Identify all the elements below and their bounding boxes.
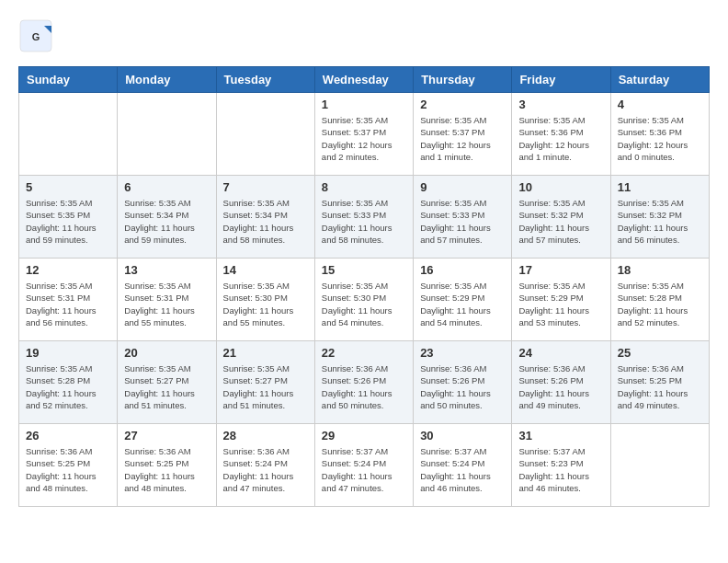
calendar-cell: 11Sunrise: 5:35 AM Sunset: 5:32 PM Dayli…	[610, 176, 709, 259]
day-number: 8	[322, 180, 406, 194]
calendar-cell: 21Sunrise: 5:35 AM Sunset: 5:27 PM Dayli…	[216, 341, 314, 424]
day-number: 11	[618, 180, 702, 194]
day-info: Sunrise: 5:36 AM Sunset: 5:25 PM Dayligh…	[618, 362, 702, 411]
calendar-cell: 24Sunrise: 5:36 AM Sunset: 5:26 PM Dayli…	[512, 341, 610, 424]
calendar-week-row: 26Sunrise: 5:36 AM Sunset: 5:25 PM Dayli…	[19, 424, 710, 507]
calendar-cell: 13Sunrise: 5:35 AM Sunset: 5:31 PM Dayli…	[118, 259, 216, 341]
day-info: Sunrise: 5:36 AM Sunset: 5:25 PM Dayligh…	[26, 445, 110, 494]
day-info: Sunrise: 5:35 AM Sunset: 5:32 PM Dayligh…	[618, 197, 702, 246]
day-info: Sunrise: 5:36 AM Sunset: 5:26 PM Dayligh…	[322, 362, 406, 411]
day-number: 4	[618, 98, 702, 111]
calendar-cell: 16Sunrise: 5:35 AM Sunset: 5:29 PM Dayli…	[414, 259, 512, 341]
day-info: Sunrise: 5:37 AM Sunset: 5:24 PM Dayligh…	[322, 445, 406, 494]
logo: G	[18, 18, 57, 57]
calendar-week-row: 12Sunrise: 5:35 AM Sunset: 5:31 PM Dayli…	[19, 259, 710, 341]
day-header-monday: Monday	[118, 67, 216, 93]
calendar-cell: 5Sunrise: 5:35 AM Sunset: 5:35 PM Daylig…	[19, 176, 118, 259]
day-info: Sunrise: 5:35 AM Sunset: 5:31 PM Dayligh…	[26, 280, 110, 328]
day-number: 24	[518, 346, 603, 360]
day-header-wednesday: Wednesday	[314, 67, 413, 93]
calendar-cell: 6Sunrise: 5:35 AM Sunset: 5:34 PM Daylig…	[118, 176, 216, 259]
calendar-cell: 17Sunrise: 5:35 AM Sunset: 5:29 PM Dayli…	[512, 259, 610, 341]
day-info: Sunrise: 5:35 AM Sunset: 5:31 PM Dayligh…	[124, 280, 209, 328]
calendar-cell: 7Sunrise: 5:35 AM Sunset: 5:34 PM Daylig…	[216, 176, 314, 259]
day-number: 6	[124, 180, 209, 194]
day-info: Sunrise: 5:35 AM Sunset: 5:29 PM Dayligh…	[518, 280, 603, 328]
logo-icon: G	[18, 18, 53, 53]
day-number: 29	[322, 429, 406, 442]
day-info: Sunrise: 5:35 AM Sunset: 5:30 PM Dayligh…	[223, 280, 308, 328]
day-header-thursday: Thursday	[414, 67, 512, 93]
calendar-cell: 31Sunrise: 5:37 AM Sunset: 5:23 PM Dayli…	[512, 424, 610, 507]
day-number: 31	[518, 429, 603, 442]
day-number: 19	[26, 346, 110, 360]
calendar-cell: 18Sunrise: 5:35 AM Sunset: 5:28 PM Dayli…	[610, 259, 709, 341]
day-number: 30	[420, 429, 505, 442]
day-info: Sunrise: 5:35 AM Sunset: 5:36 PM Dayligh…	[518, 114, 603, 163]
svg-text:G: G	[32, 31, 40, 42]
day-number: 16	[420, 263, 505, 277]
calendar-cell: 12Sunrise: 5:35 AM Sunset: 5:31 PM Dayli…	[19, 259, 118, 341]
calendar-cell: 19Sunrise: 5:35 AM Sunset: 5:28 PM Dayli…	[19, 341, 118, 424]
day-number: 5	[26, 180, 110, 194]
calendar-cell: 2Sunrise: 5:35 AM Sunset: 5:37 PM Daylig…	[414, 93, 512, 176]
day-number: 17	[518, 263, 603, 277]
calendar-cell: 20Sunrise: 5:35 AM Sunset: 5:27 PM Dayli…	[118, 341, 216, 424]
calendar-cell: 27Sunrise: 5:36 AM Sunset: 5:25 PM Dayli…	[118, 424, 216, 507]
day-number: 20	[124, 346, 209, 360]
day-info: Sunrise: 5:36 AM Sunset: 5:26 PM Dayligh…	[518, 362, 603, 411]
calendar-cell: 23Sunrise: 5:36 AM Sunset: 5:26 PM Dayli…	[414, 341, 512, 424]
day-info: Sunrise: 5:35 AM Sunset: 5:33 PM Dayligh…	[420, 197, 505, 246]
day-info: Sunrise: 5:35 AM Sunset: 5:34 PM Dayligh…	[223, 197, 308, 246]
day-number: 21	[223, 346, 308, 360]
calendar-cell	[610, 424, 709, 507]
calendar-week-row: 5Sunrise: 5:35 AM Sunset: 5:35 PM Daylig…	[19, 176, 710, 259]
day-info: Sunrise: 5:36 AM Sunset: 5:24 PM Dayligh…	[223, 445, 308, 494]
calendar-cell: 8Sunrise: 5:35 AM Sunset: 5:33 PM Daylig…	[314, 176, 413, 259]
calendar-cell: 28Sunrise: 5:36 AM Sunset: 5:24 PM Dayli…	[216, 424, 314, 507]
calendar-cell: 15Sunrise: 5:35 AM Sunset: 5:30 PM Dayli…	[314, 259, 413, 341]
calendar-cell: 9Sunrise: 5:35 AM Sunset: 5:33 PM Daylig…	[414, 176, 512, 259]
day-info: Sunrise: 5:35 AM Sunset: 5:29 PM Dayligh…	[420, 280, 505, 328]
day-number: 26	[26, 429, 110, 442]
calendar-cell: 4Sunrise: 5:35 AM Sunset: 5:36 PM Daylig…	[610, 93, 709, 176]
calendar-table: SundayMondayTuesdayWednesdayThursdayFrid…	[18, 66, 710, 507]
calendar-cell: 26Sunrise: 5:36 AM Sunset: 5:25 PM Dayli…	[19, 424, 118, 507]
day-header-tuesday: Tuesday	[216, 67, 314, 93]
calendar-cell: 3Sunrise: 5:35 AM Sunset: 5:36 PM Daylig…	[512, 93, 610, 176]
day-number: 22	[322, 346, 406, 360]
day-number: 23	[420, 346, 505, 360]
day-info: Sunrise: 5:35 AM Sunset: 5:37 PM Dayligh…	[420, 114, 505, 163]
day-header-friday: Friday	[512, 67, 610, 93]
calendar-cell: 10Sunrise: 5:35 AM Sunset: 5:32 PM Dayli…	[512, 176, 610, 259]
day-number: 3	[518, 98, 603, 111]
day-info: Sunrise: 5:35 AM Sunset: 5:34 PM Dayligh…	[124, 197, 209, 246]
calendar-cell: 30Sunrise: 5:37 AM Sunset: 5:24 PM Dayli…	[414, 424, 512, 507]
day-number: 12	[26, 263, 110, 277]
day-info: Sunrise: 5:35 AM Sunset: 5:33 PM Dayligh…	[322, 197, 406, 246]
day-header-sunday: Sunday	[19, 67, 118, 93]
day-info: Sunrise: 5:35 AM Sunset: 5:37 PM Dayligh…	[322, 114, 406, 163]
calendar-cell: 1Sunrise: 5:35 AM Sunset: 5:37 PM Daylig…	[314, 93, 413, 176]
day-number: 1	[322, 98, 406, 111]
day-number: 28	[223, 429, 308, 442]
calendar-cell: 14Sunrise: 5:35 AM Sunset: 5:30 PM Dayli…	[216, 259, 314, 341]
day-info: Sunrise: 5:37 AM Sunset: 5:24 PM Dayligh…	[420, 445, 505, 494]
day-info: Sunrise: 5:36 AM Sunset: 5:26 PM Dayligh…	[420, 362, 505, 411]
calendar-cell	[118, 93, 216, 176]
day-number: 14	[223, 263, 308, 277]
day-info: Sunrise: 5:36 AM Sunset: 5:25 PM Dayligh…	[124, 445, 209, 494]
day-header-saturday: Saturday	[610, 67, 709, 93]
calendar-cell: 25Sunrise: 5:36 AM Sunset: 5:25 PM Dayli…	[610, 341, 709, 424]
day-info: Sunrise: 5:35 AM Sunset: 5:35 PM Dayligh…	[26, 197, 110, 246]
calendar-cell: 22Sunrise: 5:36 AM Sunset: 5:26 PM Dayli…	[314, 341, 413, 424]
day-number: 25	[618, 346, 702, 360]
day-number: 2	[420, 98, 505, 111]
day-number: 9	[420, 180, 505, 194]
day-number: 13	[124, 263, 209, 277]
day-number: 18	[618, 263, 702, 277]
day-number: 10	[518, 180, 603, 194]
day-info: Sunrise: 5:35 AM Sunset: 5:32 PM Dayligh…	[518, 197, 603, 246]
day-info: Sunrise: 5:37 AM Sunset: 5:23 PM Dayligh…	[518, 445, 603, 494]
calendar-week-row: 19Sunrise: 5:35 AM Sunset: 5:28 PM Dayli…	[19, 341, 710, 424]
